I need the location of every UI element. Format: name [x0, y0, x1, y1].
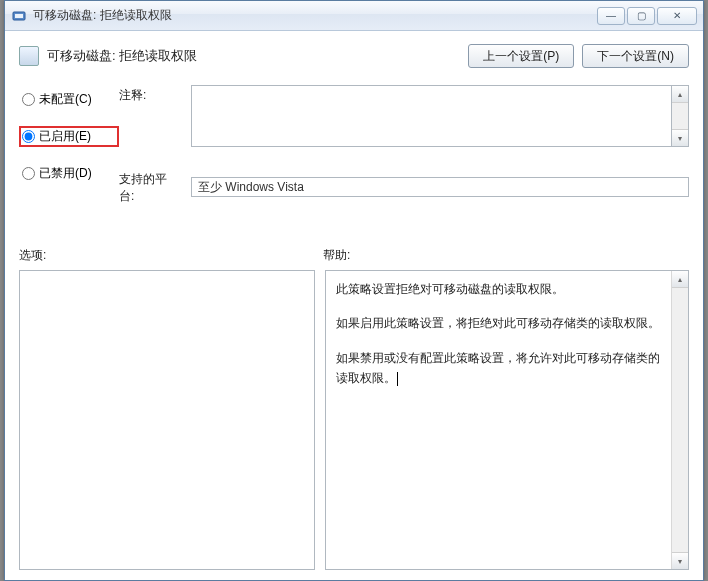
- scroll-down-icon[interactable]: ▾: [672, 552, 688, 569]
- svg-rect-1: [15, 14, 23, 18]
- help-paragraph-3: 如果禁用或没有配置此策略设置，将允许对此可移动存储类的读取权限。: [336, 348, 661, 389]
- radio-disabled[interactable]: 已禁用(D): [19, 163, 119, 184]
- close-button[interactable]: ✕: [657, 7, 697, 25]
- dialog-content: 可移动磁盘: 拒绝读取权限 上一个设置(P) 下一个设置(N) 未配置(C) 已…: [5, 31, 703, 580]
- dialog-window: 可移动磁盘: 拒绝读取权限 — ▢ ✕ 可移动磁盘: 拒绝读取权限 上一个设置(…: [4, 0, 704, 581]
- radio-group: 未配置(C) 已启用(E) 已禁用(D): [19, 85, 119, 205]
- radio-not-configured-input[interactable]: [22, 93, 35, 106]
- scroll-down-icon[interactable]: ▾: [672, 129, 688, 146]
- help-paragraph-2: 如果启用此策略设置，将拒绝对此可移动存储类的读取权限。: [336, 313, 661, 333]
- radio-enabled[interactable]: 已启用(E): [19, 126, 119, 147]
- lower-panes: 此策略设置拒绝对可移动磁盘的读取权限。 如果启用此策略设置，将拒绝对此可移动存储…: [19, 270, 689, 570]
- next-setting-button[interactable]: 下一个设置(N): [582, 44, 689, 68]
- window-title: 可移动磁盘: 拒绝读取权限: [33, 7, 597, 24]
- comment-scrollbar[interactable]: ▴ ▾: [672, 85, 689, 147]
- policy-icon: [19, 46, 39, 66]
- previous-setting-button[interactable]: 上一个设置(P): [468, 44, 574, 68]
- platform-label: 支持的平台:: [119, 169, 181, 205]
- policy-title: 可移动磁盘: 拒绝读取权限: [47, 47, 460, 65]
- comment-label: 注释:: [119, 85, 181, 104]
- section-labels: 选项: 帮助:: [19, 247, 689, 264]
- radio-enabled-input[interactable]: [22, 130, 35, 143]
- radio-not-configured-label: 未配置(C): [39, 91, 92, 108]
- comment-textarea[interactable]: [191, 85, 672, 147]
- options-label: 选项:: [19, 247, 323, 264]
- minimize-button[interactable]: —: [597, 7, 625, 25]
- maximize-button[interactable]: ▢: [627, 7, 655, 25]
- platform-field: [191, 177, 689, 197]
- radio-disabled-label: 已禁用(D): [39, 165, 92, 182]
- config-section: 未配置(C) 已启用(E) 已禁用(D) 注释: ▴: [19, 85, 689, 205]
- comment-wrap: ▴ ▾: [191, 85, 689, 147]
- scroll-up-icon[interactable]: ▴: [672, 271, 688, 288]
- help-label: 帮助:: [323, 247, 350, 264]
- help-text: 此策略设置拒绝对可移动磁盘的读取权限。 如果启用此策略设置，将拒绝对此可移动存储…: [326, 271, 671, 569]
- radio-disabled-input[interactable]: [22, 167, 35, 180]
- platform-row: 支持的平台:: [119, 169, 689, 205]
- help-scrollbar[interactable]: ▴ ▾: [671, 271, 688, 569]
- radio-enabled-label: 已启用(E): [39, 128, 91, 145]
- help-paragraph-1: 此策略设置拒绝对可移动磁盘的读取权限。: [336, 279, 661, 299]
- header-row: 可移动磁盘: 拒绝读取权限 上一个设置(P) 下一个设置(N): [19, 41, 689, 71]
- scroll-up-icon[interactable]: ▴: [672, 86, 688, 103]
- options-pane: [19, 270, 315, 570]
- titlebar[interactable]: 可移动磁盘: 拒绝读取权限 — ▢ ✕: [5, 1, 703, 31]
- app-icon: [11, 8, 27, 24]
- window-controls: — ▢ ✕: [597, 7, 697, 25]
- radio-not-configured[interactable]: 未配置(C): [19, 89, 119, 110]
- mid-column: 注释: ▴ ▾ 支持的平台:: [119, 85, 689, 205]
- help-pane: 此策略设置拒绝对可移动磁盘的读取权限。 如果启用此策略设置，将拒绝对此可移动存储…: [325, 270, 689, 570]
- comment-row: 注释: ▴ ▾: [119, 85, 689, 147]
